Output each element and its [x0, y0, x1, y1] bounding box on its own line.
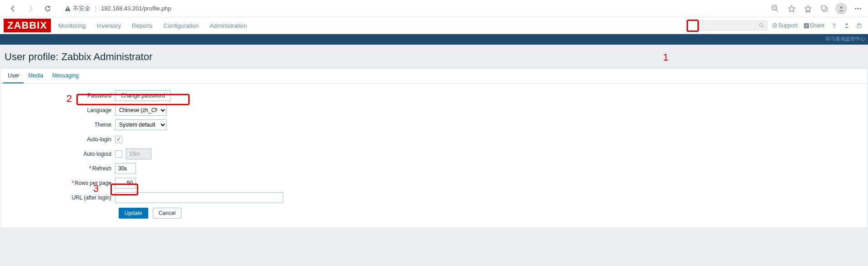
- change-password-button[interactable]: Change password: [115, 90, 171, 101]
- zoom-icon[interactable]: [770, 3, 781, 14]
- refresh-icon[interactable]: [41, 2, 55, 15]
- svg-point-7: [840, 6, 843, 9]
- profile-icon[interactable]: [842, 20, 852, 31]
- svg-point-9: [858, 8, 859, 9]
- share-link[interactable]: ZShare: [804, 22, 824, 29]
- cancel-button[interactable]: Cancel: [153, 208, 181, 219]
- menu-configuration[interactable]: Configuration: [163, 20, 200, 31]
- tab-header: User Media Messaging: [0, 69, 868, 84]
- logout-icon[interactable]: [854, 20, 864, 31]
- svg-line-12: [762, 26, 763, 28]
- theme-select[interactable]: System default: [115, 119, 167, 130]
- svg-point-11: [759, 24, 763, 27]
- browser-chrome: 不安全 | 192.168.43.201/profile.php: [0, 0, 868, 17]
- autologout-label: Auto-logout: [5, 151, 115, 157]
- refresh-input[interactable]: [115, 163, 136, 174]
- rows-input[interactable]: [115, 178, 136, 189]
- menu-reports[interactable]: Reports: [131, 20, 154, 31]
- svg-rect-6: [822, 6, 826, 10]
- page-title: User profile: Zabbix Administrator: [0, 45, 868, 68]
- svg-point-8: [855, 8, 857, 9]
- help-icon[interactable]: ?: [829, 20, 839, 31]
- subbar-text: 学习基地监控中心: [825, 36, 865, 42]
- autologin-checkbox[interactable]: ✓: [115, 136, 122, 143]
- url-text: 192.168.43.201/profile.php: [101, 5, 171, 12]
- language-label: Language: [5, 107, 115, 113]
- favorites-bar-icon[interactable]: [803, 3, 813, 14]
- tab-media[interactable]: Media: [24, 69, 48, 83]
- menu-inventory[interactable]: Inventory: [96, 20, 122, 31]
- profile-form: Password Change password Language Chines…: [0, 84, 868, 228]
- insecure-badge: 不安全: [65, 5, 90, 13]
- svg-line-3: [776, 10, 778, 11]
- tab-user[interactable]: User: [3, 69, 24, 83]
- tab-messaging[interactable]: Messaging: [48, 69, 83, 83]
- back-icon[interactable]: [6, 2, 20, 15]
- svg-point-15: [846, 23, 848, 25]
- zabbix-topnav: ZABBIX Monitoring Inventory Reports Conf…: [0, 17, 868, 34]
- rows-label: *Rows per page: [5, 180, 115, 186]
- more-icon[interactable]: [853, 3, 863, 14]
- svg-point-10: [860, 8, 861, 9]
- browser-profile-icon[interactable]: [835, 3, 847, 15]
- refresh-label: *Refresh: [5, 165, 115, 172]
- svg-point-13: [773, 24, 777, 28]
- svg-rect-1: [67, 10, 68, 10]
- password-label: Password: [5, 92, 115, 99]
- svg-rect-0: [67, 7, 68, 9]
- collections-icon[interactable]: [819, 3, 830, 14]
- search-input[interactable]: [698, 20, 768, 31]
- autologout-input: [126, 148, 151, 159]
- url-label: URL (after login): [5, 194, 115, 201]
- update-button[interactable]: Update: [119, 208, 148, 219]
- sub-bar: 学习基地监控中心: [0, 34, 868, 45]
- language-select[interactable]: Chinese (zh_CN): [115, 105, 167, 116]
- forward-icon: [24, 2, 37, 15]
- main-menu: Monitoring Inventory Reports Configurati…: [57, 20, 248, 31]
- theme-label: Theme: [5, 122, 115, 128]
- url-input[interactable]: [115, 192, 283, 203]
- autologin-label: Auto-login: [5, 136, 115, 143]
- svg-point-14: [774, 25, 776, 26]
- autologout-checkbox[interactable]: [115, 150, 122, 158]
- profile-panel: User Media Messaging Password Change pas…: [0, 68, 868, 228]
- favorite-icon[interactable]: [786, 3, 797, 14]
- zabbix-logo[interactable]: ZABBIX: [4, 19, 51, 32]
- address-bar[interactable]: 不安全 | 192.168.43.201/profile.php: [61, 2, 770, 15]
- support-link[interactable]: Support: [772, 22, 798, 29]
- menu-monitoring[interactable]: Monitoring: [57, 20, 87, 31]
- menu-administration[interactable]: Administration: [209, 20, 248, 31]
